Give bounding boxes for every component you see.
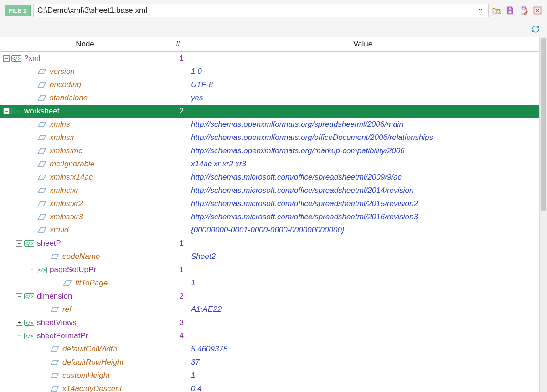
attribute-icon <box>50 385 60 392</box>
header-node[interactable]: Node <box>0 37 170 51</box>
element-icon: </> <box>37 266 47 273</box>
node-value: {00000000-0001-0000-0000-000000000000} <box>191 226 345 234</box>
expand-icon[interactable]: + <box>16 320 22 326</box>
scrollbar-thumb[interactable] <box>541 38 546 211</box>
toggle-placeholder <box>29 95 35 101</box>
tree-attribute-row[interactable]: defaultColWidth5.4609375 <box>0 343 539 356</box>
collapse-icon[interactable]: − <box>16 240 22 247</box>
tree-attribute-row[interactable]: xmlns:x14achttp://schemas.microsoft.com/… <box>0 171 539 184</box>
attribute-icon <box>37 134 47 141</box>
file-path-input[interactable]: C:\Demo\xml\3\sheet1.base.xml <box>33 4 489 17</box>
tree-element-row[interactable]: −</>sheetFormatPr4 <box>0 330 539 343</box>
collapse-icon[interactable]: − <box>16 293 22 299</box>
node-name: defaultRowHeight <box>62 358 124 367</box>
node-value: 37 <box>191 358 200 366</box>
node-index: 1 <box>180 239 184 248</box>
node-value: http://schemas.openxmlformats.org/spread… <box>191 120 403 129</box>
collapse-icon[interactable]: − <box>29 267 35 273</box>
attribute-icon <box>37 213 47 221</box>
toggle-placeholder <box>41 306 48 313</box>
node-name: pageSetUpPr <box>50 265 96 274</box>
attribute-icon <box>50 346 60 353</box>
tree-attribute-row[interactable]: codeNameSheet2 <box>0 250 539 263</box>
tree-attribute-row[interactable]: mc:Ignorablex14ac xr xr2 xr3 <box>0 158 539 171</box>
tree-attribute-row[interactable]: xmlnshttp://schemas.openxmlformats.org/s… <box>0 118 539 131</box>
attribute-icon <box>37 227 47 234</box>
collapse-icon[interactable]: − <box>3 55 10 62</box>
node-name: dimension <box>37 292 72 301</box>
toggle-placeholder <box>41 386 48 392</box>
attribute-icon <box>50 372 60 379</box>
tree-attribute-row[interactable]: xmlns:rhttp://schemas.openxmlformats.org… <box>0 131 539 144</box>
tree-attribute-row[interactable]: refA1:AE22 <box>0 303 539 316</box>
tree-attribute-row[interactable]: xr:uid{00000000-0001-0000-0000-000000000… <box>0 224 539 237</box>
element-icon: </> <box>24 319 34 326</box>
node-value: Sheet2 <box>191 252 216 261</box>
node-value: UTF-8 <box>191 80 213 89</box>
collapse-icon[interactable]: − <box>16 333 22 339</box>
attribute-icon <box>37 81 47 88</box>
tree-attribute-row[interactable]: x14ac:dyDescent0.4 <box>0 382 539 392</box>
tree-attribute-row[interactable]: fitToPage1 <box>0 277 539 290</box>
node-name: xmlns:xr3 <box>50 212 83 222</box>
node-value: http://schemas.openxmlformats.org/office… <box>191 133 433 142</box>
tree-attribute-row[interactable]: xmlns:xr2http://schemas.microsoft.com/of… <box>0 197 539 211</box>
vertical-scrollbar[interactable] <box>540 37 547 392</box>
save-edit-icon[interactable] <box>519 5 529 15</box>
tree-element-row[interactable]: −</>?xml1 <box>0 52 539 65</box>
svg-point-0 <box>497 10 500 13</box>
node-value: 1 <box>191 279 195 287</box>
node-name: xmlns:x14ac <box>50 173 93 182</box>
node-name: standalone <box>50 93 88 103</box>
tree-attribute-row[interactable]: customHeight1 <box>0 369 539 382</box>
close-icon[interactable] <box>532 5 542 15</box>
node-name: ?xml <box>24 54 41 63</box>
node-value: yes <box>191 93 203 102</box>
toggle-placeholder <box>29 121 35 128</box>
tree-attribute-row[interactable]: encodingUTF-8 <box>0 78 539 92</box>
element-icon: </> <box>11 108 21 115</box>
svg-line-1 <box>500 13 501 14</box>
svg-rect-3 <box>508 11 512 13</box>
node-name: ref <box>62 305 72 314</box>
svg-rect-2 <box>509 7 512 9</box>
node-name: defaultColWidth <box>62 345 117 354</box>
toggle-placeholder <box>41 253 48 260</box>
tree-element-row[interactable]: −</>dimension2 <box>0 290 539 303</box>
node-index: 1 <box>180 265 184 274</box>
node-value: http://schemas.openxmlformats.org/markup… <box>191 146 405 155</box>
node-value: 5.4609375 <box>191 345 227 353</box>
open-file-icon[interactable] <box>491 5 501 15</box>
toggle-placeholder <box>29 134 35 141</box>
node-value: http://schemas.microsoft.com/office/spre… <box>191 199 418 208</box>
tree-element-row[interactable]: −</>sheetPr1 <box>0 237 539 250</box>
node-value: x14ac xr xr2 xr3 <box>191 160 246 168</box>
tree-attribute-row[interactable]: xmlns:xr3http://schemas.microsoft.com/of… <box>0 211 539 224</box>
tree-element-row[interactable]: −</>pageSetUpPr1 <box>0 263 539 277</box>
tree-element-row[interactable]: +</>sheetViews3 <box>0 316 539 330</box>
toggle-placeholder <box>41 359 48 366</box>
collapse-icon[interactable]: − <box>3 108 10 114</box>
element-icon: </> <box>24 293 34 300</box>
tree-attribute-row[interactable]: defaultRowHeight37 <box>0 356 539 369</box>
toggle-placeholder <box>29 148 35 154</box>
node-name: sheetPr <box>37 239 64 248</box>
attribute-icon <box>50 253 60 260</box>
attribute-icon <box>37 121 47 128</box>
tree-grid[interactable]: Node # Value −</>?xml1version1.0encoding… <box>0 37 540 392</box>
tree-attribute-row[interactable]: version1.0 <box>0 65 539 78</box>
attribute-icon <box>50 359 60 366</box>
sub-toolbar <box>0 21 547 37</box>
header-value[interactable]: Value <box>186 37 539 51</box>
header-num[interactable]: # <box>170 37 186 51</box>
chevron-down-icon[interactable] <box>477 6 484 15</box>
grid-header: Node # Value <box>0 37 539 52</box>
refresh-icon[interactable] <box>531 24 541 34</box>
tree-attribute-row[interactable]: xmlns:xrhttp://schemas.microsoft.com/off… <box>0 184 539 197</box>
tree-attribute-row[interactable]: standaloneyes <box>0 92 539 105</box>
element-icon: </> <box>24 332 34 340</box>
tree-attribute-row[interactable]: xmlns:mchttp://schemas.openxmlformats.or… <box>0 144 539 158</box>
tree-element-row[interactable]: −</>worksheet2 <box>0 105 539 118</box>
node-index: 1 <box>180 54 184 62</box>
save-icon[interactable] <box>505 5 515 15</box>
